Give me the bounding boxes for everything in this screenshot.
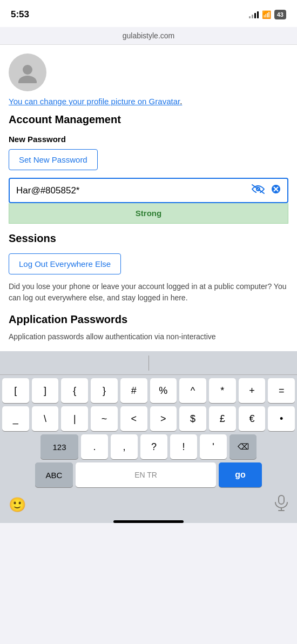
key-row-1: [ ] { } # % ^ * + = — [2, 378, 295, 403]
avatar-area — [9, 53, 288, 91]
key-close-brace[interactable]: } — [91, 378, 118, 403]
clear-password-icon[interactable] — [271, 184, 281, 197]
key-caret[interactable]: ^ — [179, 378, 206, 403]
home-indicator — [113, 520, 184, 523]
key-question[interactable]: ? — [140, 434, 167, 459]
app-passwords-description: Application passwords allow authenticati… — [9, 331, 288, 351]
page-content: You can change your profile picture on G… — [0, 45, 297, 351]
svg-rect-6 — [279, 495, 284, 504]
password-icons — [252, 184, 281, 197]
key-123[interactable]: 123 — [40, 434, 78, 459]
avatar — [9, 53, 46, 91]
key-backslash[interactable]: \ — [32, 406, 59, 431]
status-time: 5:53 — [11, 9, 29, 20]
log-out-everywhere-button[interactable]: Log Out Everywhere Else — [9, 253, 121, 274]
key-less-than[interactable]: < — [120, 406, 147, 431]
key-space[interactable]: EN TR — [76, 462, 216, 487]
toolbar-divider — [148, 355, 149, 371]
key-hash[interactable]: # — [120, 378, 147, 403]
key-equals[interactable]: = — [268, 378, 295, 403]
microphone-icon[interactable] — [274, 495, 288, 515]
key-euro[interactable]: € — [239, 406, 266, 431]
key-comma[interactable]: , — [111, 434, 138, 459]
key-open-bracket[interactable]: [ — [2, 378, 29, 403]
status-bar: 5:53 📶 43 — [0, 0, 297, 27]
password-input[interactable] — [16, 185, 252, 196]
account-management-title: Account Management — [9, 113, 288, 126]
set-new-password-button[interactable]: Set New Password — [9, 149, 98, 170]
emoji-icon[interactable]: 🙂 — [9, 497, 26, 513]
gravatar-link[interactable]: You can change your profile picture on G… — [9, 97, 288, 106]
key-tilde[interactable]: ~ — [91, 406, 118, 431]
key-percent[interactable]: % — [150, 378, 177, 403]
svg-point-0 — [23, 65, 32, 75]
key-open-brace[interactable]: { — [61, 378, 88, 403]
key-period[interactable]: . — [81, 434, 108, 459]
app-passwords-title: Application Passwords — [9, 313, 288, 326]
key-dollar[interactable]: $ — [179, 406, 206, 431]
sessions-section: Sessions Log Out Everywhere Else Did you… — [9, 232, 288, 304]
key-plus[interactable]: + — [239, 378, 266, 403]
wifi-icon: 📶 — [262, 10, 271, 19]
new-password-label: New Password — [9, 135, 288, 144]
browser-url-bar[interactable]: gulabistyle.com — [0, 27, 297, 45]
key-exclamation[interactable]: ! — [170, 434, 197, 459]
key-apostrophe[interactable]: ' — [200, 434, 227, 459]
sessions-description: Did you lose your phone or leave your ac… — [9, 281, 288, 304]
sessions-title: Sessions — [9, 232, 288, 245]
signal-icon — [249, 11, 259, 18]
keyboard-rows: [ ] { } # % ^ * + = _ \ | ~ < > $ £ € • … — [0, 375, 297, 492]
key-delete[interactable]: ⌫ — [230, 434, 256, 459]
key-close-bracket[interactable]: ] — [32, 378, 59, 403]
virtual-keyboard: [ ] { } # % ^ * + = _ \ | ~ < > $ £ € • … — [0, 351, 297, 523]
password-strength-indicator: Strong — [9, 203, 288, 224]
key-abc[interactable]: ABC — [35, 462, 73, 487]
svg-point-1 — [18, 76, 37, 83]
key-underscore[interactable]: _ — [2, 406, 29, 431]
status-icons: 📶 43 — [249, 10, 286, 19]
key-go[interactable]: go — [219, 462, 262, 487]
key-greater-than[interactable]: > — [150, 406, 177, 431]
key-row-2: _ \ | ~ < > $ £ € • — [2, 406, 295, 431]
key-row-3: 123 . , ? ! ' ⌫ — [2, 434, 295, 459]
key-asterisk[interactable]: * — [209, 378, 236, 403]
password-input-wrapper — [9, 178, 288, 203]
key-bullet[interactable]: • — [268, 406, 295, 431]
key-pipe[interactable]: | — [61, 406, 88, 431]
toggle-password-visibility-icon[interactable] — [252, 184, 265, 197]
keyboard-toolbar — [0, 351, 297, 375]
key-row-4: ABC EN TR go — [2, 462, 295, 487]
battery-indicator: 43 — [274, 10, 286, 19]
keyboard-bottom-bar: 🙂 — [0, 492, 297, 520]
browser-url-text: gulabistyle.com — [123, 31, 175, 40]
key-pound[interactable]: £ — [209, 406, 236, 431]
